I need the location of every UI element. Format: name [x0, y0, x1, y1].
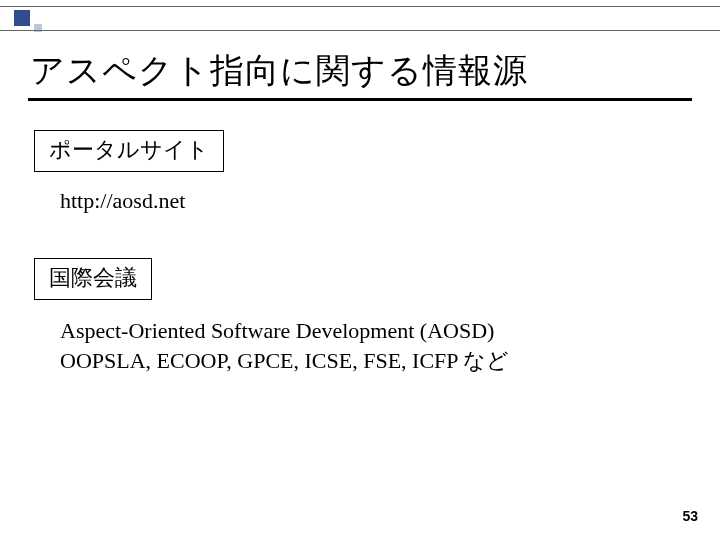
- section-label-portal: ポータルサイト: [34, 130, 224, 172]
- conference-line-1: Aspect-Oriented Software Development (AO…: [60, 316, 494, 347]
- square-large-icon: [14, 10, 30, 26]
- conference-line-2: OOPSLA, ECOOP, GPCE, ICSE, FSE, ICFP など: [60, 346, 509, 377]
- slide-title: アスペクト指向に関する情報源: [30, 48, 528, 94]
- section-label-conferences: 国際会議: [34, 258, 152, 300]
- top-thin-line: [0, 6, 720, 7]
- portal-url-text: http://aosd.net: [60, 186, 185, 217]
- top-thin-line-2: [0, 30, 720, 31]
- page-number: 53: [682, 508, 698, 524]
- slide-top-decoration: [0, 0, 720, 36]
- title-underline: [28, 98, 692, 101]
